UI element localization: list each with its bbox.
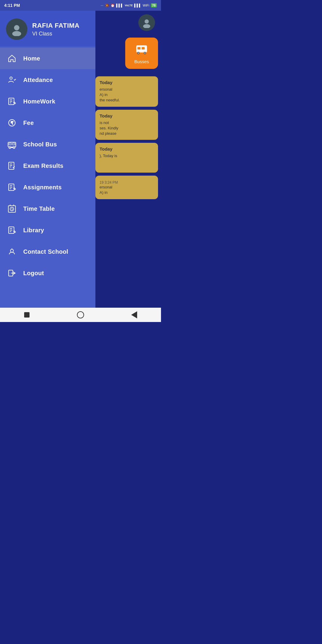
home-button[interactable] [76,310,85,320]
sidebar-item-home-label: Home [23,55,40,62]
profile-name: RAFIA FATIMA [32,22,80,30]
main-container: Busses Today ersonalA) inthe needful. To… [0,11,161,308]
notif-date-3: Today [100,146,154,151]
svg-point-21 [13,147,15,148]
svg-point-30 [10,249,13,252]
sidebar-item-fee-label: Fee [23,120,34,126]
signal-bars-2: ▌▌▌ [134,4,141,7]
notif-timestamp: 19 3:24 PM [100,180,154,185]
status-time: 4:11 PM [4,3,20,8]
buses-label: Busses [134,59,149,64]
notif-text-3: ), Today is [100,153,154,159]
wifi-icon: WiFi [143,4,149,7]
svg-point-0 [145,19,149,24]
avatar [6,18,27,40]
school-bus-icon [7,139,17,150]
sidebar-item-assignments-label: Assignments [23,184,62,191]
notif-text-4: ersonalA) in [100,185,154,195]
svg-point-11 [14,25,19,30]
sidebar-item-logout-label: Logout [23,270,44,277]
svg-point-10 [144,52,145,54]
sidebar-item-contact-school[interactable]: Contact School [0,241,95,262]
svg-point-20 [9,147,11,148]
notif-card-4: 19 3:24 PM ersonalA) in [95,176,158,199]
notif-text-1: ersonalA) inthe needful. [100,87,154,103]
notification-cards: Today ersonalA) inthe needful. Today is … [95,76,161,199]
assignments-icon [7,182,17,193]
status-icons: ··· 🔕 ⏰ ▌▌▌ VoLTE ▌▌▌ WiFi 78 [101,3,157,7]
sidebar-item-contact-school-label: Contact School [23,248,68,255]
sidebar-item-fee[interactable]: ₹ Fee [0,112,95,134]
exam-results-icon [7,160,17,171]
sidebar-item-attendance[interactable]: Attedance [0,69,95,91]
sidebar-item-assignments[interactable]: Assignments [0,177,95,198]
sidebar-item-exam-results[interactable]: Exam Results [0,155,95,177]
logout-icon [7,268,17,278]
notif-card-3: Today ), Today is [95,143,158,173]
profile-section: RAFIA FATIMA VI Class [0,11,95,47]
bus-icon [135,42,148,57]
svg-rect-5 [142,47,145,49]
sidebar-item-homework[interactable]: HomeWork [0,91,95,112]
contact-school-icon [7,246,17,257]
sidebar-item-logout[interactable]: Logout [0,262,95,284]
notif-date-1: Today [100,80,154,85]
navigation-drawer: RAFIA FATIMA VI Class Home [0,11,95,308]
nav-menu: Home Attedance [0,47,95,308]
notif-card-2: Today is notses. Kindlynd please [95,110,158,140]
home-icon [7,53,17,64]
sidebar-item-exam-results-label: Exam Results [23,162,64,169]
fee-icon: ₹ [7,117,17,128]
back-button[interactable] [129,310,139,320]
attendance-icon [7,75,17,85]
sidebar-item-school-bus[interactable]: School Bus [0,134,95,155]
bottom-nav [0,308,161,322]
battery-icon: 78 [151,3,157,7]
sidebar-item-library[interactable]: Library [0,219,95,241]
sidebar-item-attendance-label: Attedance [23,77,53,83]
svg-point-12 [12,31,21,36]
svg-rect-6 [136,49,147,51]
sidebar-item-library-label: Library [23,227,44,234]
notif-date-2: Today [100,113,154,118]
svg-point-13 [10,77,12,79]
notif-card-1: Today ersonalA) inthe needful. [95,76,158,107]
sidebar-item-time-table-label: Time Table [23,205,55,212]
status-bar: 4:11 PM ··· 🔕 ⏰ ▌▌▌ VoLTE ▌▌▌ WiFi 78 [0,0,161,11]
profile-info: RAFIA FATIMA VI Class [32,22,80,37]
svg-text:₹: ₹ [11,120,13,125]
signal-bars: ▌▌▌ [116,4,123,7]
triangle-icon [131,311,137,318]
avatar-right [138,14,155,31]
sidebar-item-home[interactable]: Home [0,48,95,69]
signal-dots: ··· [101,4,103,7]
svg-rect-4 [137,47,140,49]
library-icon [7,225,17,236]
square-icon [24,312,30,318]
notif-text-2: is notses. Kindlynd please [100,120,154,137]
volte-icon: VoLTE [125,4,133,7]
sidebar-item-homework-label: HomeWork [23,98,55,105]
alarm-icon: ⏰ [111,4,115,7]
sidebar-item-school-bus-label: School Bus [23,141,57,148]
svg-rect-18 [9,143,11,145]
profile-class: VI Class [32,31,80,37]
sidebar-item-time-table[interactable]: Time Table [0,198,95,219]
circle-icon [77,311,84,318]
homework-icon [7,96,17,107]
recent-apps-button[interactable] [22,310,32,320]
svg-point-1 [143,24,150,28]
mute-icon: 🔕 [105,4,109,7]
svg-point-9 [138,52,139,54]
svg-rect-19 [13,143,15,145]
buses-card[interactable]: Busses [125,38,158,69]
time-table-icon [7,203,17,214]
